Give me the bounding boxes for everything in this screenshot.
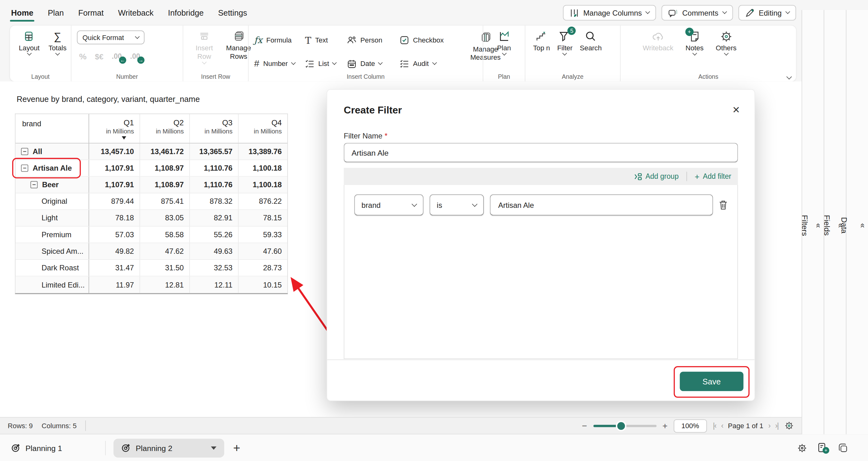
cell-q1[interactable]: 78.18 xyxy=(89,210,140,226)
cell-q3[interactable]: 1,110.76 xyxy=(189,160,238,176)
table-row-artisan-ale[interactable]: Artisan Ale 1,107.91 1,108.97 1,110.76 1… xyxy=(16,160,287,177)
cell-q1[interactable]: 11.97 xyxy=(89,276,140,293)
table-row-spiced-amber[interactable]: Spiced Am... 49.82 47.62 49.63 47.60 xyxy=(16,243,287,260)
condition-value-input[interactable] xyxy=(490,194,713,215)
search-button[interactable]: Search xyxy=(580,30,601,52)
filter-button[interactable]: 5 Filter xyxy=(557,30,572,55)
table-row-dark-roast[interactable]: Dark Roast 31.47 31.50 32.53 28.73 xyxy=(16,260,287,276)
cell-q2[interactable]: 1,108.97 xyxy=(140,177,190,193)
column-header-q1[interactable]: Q1 in Millions xyxy=(89,114,140,143)
tab-planning-1[interactable]: Planning 1 xyxy=(11,443,62,453)
table-row-light[interactable]: Light 78.18 83.05 82.91 78.15 xyxy=(16,210,287,227)
cell-q4[interactable]: 1,100.18 xyxy=(238,177,287,193)
column-header-q4[interactable]: Q4 in Millions xyxy=(238,114,287,143)
cell-q2[interactable]: 47.62 xyxy=(140,243,190,259)
cell-q3[interactable]: 13,365.57 xyxy=(189,143,238,160)
filter-name-input[interactable] xyxy=(344,143,738,162)
field-select[interactable]: brand xyxy=(354,194,424,215)
increase-decimal-button[interactable]: .00→ xyxy=(130,52,140,61)
table-row-original[interactable]: Original 879.44 875.41 878.32 876.22 xyxy=(16,194,287,210)
cell-q4[interactable]: 876.22 xyxy=(238,194,287,209)
cell-q2[interactable]: 58.58 xyxy=(140,227,190,242)
cell-q1[interactable]: 31.47 xyxy=(89,260,140,276)
cell-q2[interactable]: 31.50 xyxy=(140,260,190,276)
others-button[interactable]: Others xyxy=(716,30,737,55)
cell-q4[interactable]: 28.73 xyxy=(238,260,287,276)
collapse-toggle-icon[interactable] xyxy=(21,148,28,155)
currency-format-button[interactable]: $€ xyxy=(95,52,104,61)
audit-button[interactable]: Audit xyxy=(400,56,461,71)
save-button[interactable]: Save xyxy=(680,372,743,391)
cell-q1[interactable]: 1,107.91 xyxy=(89,177,140,193)
percent-format-button[interactable]: % xyxy=(79,52,87,61)
cell-q1[interactable]: 1,107.91 xyxy=(89,160,140,176)
number-button[interactable]: # Number xyxy=(254,56,305,71)
cell-q1[interactable]: 49.82 xyxy=(89,243,140,259)
cell-q1[interactable]: 57.03 xyxy=(89,227,140,242)
layout-button[interactable]: Layout xyxy=(19,30,40,55)
add-sheet-button[interactable] xyxy=(233,441,240,455)
tab-menu-caret-icon[interactable] xyxy=(211,446,217,450)
cell-q3[interactable]: 32.53 xyxy=(189,260,238,276)
cell-q3[interactable]: 1,110.76 xyxy=(189,177,238,193)
close-icon[interactable] xyxy=(732,104,740,116)
operator-select[interactable]: is xyxy=(430,194,484,215)
cell-q2[interactable]: 875.41 xyxy=(140,194,190,209)
cell-q4[interactable]: 10.15 xyxy=(238,276,287,293)
person-button[interactable]: Person xyxy=(347,33,400,48)
zoom-level-box[interactable]: 100% xyxy=(674,419,707,433)
cell-q4[interactable]: 1,100.18 xyxy=(238,160,287,176)
table-row-limited-edition[interactable]: Limited Edi... 11.97 12.81 12.11 10.15 xyxy=(16,276,287,293)
editing-button[interactable]: Editing xyxy=(738,5,796,21)
cell-q3[interactable]: 878.32 xyxy=(189,194,238,209)
quick-format-select[interactable]: Quick Format xyxy=(77,30,144,44)
totals-button[interactable]: ∑ Totals xyxy=(49,30,66,55)
column-header-q3[interactable]: Q3 in Millions xyxy=(189,114,238,143)
collapse-toggle-icon[interactable] xyxy=(30,181,37,189)
cell-q2[interactable]: 1,108.97 xyxy=(140,160,190,176)
menu-plan[interactable]: Plan xyxy=(48,8,64,17)
next-page-button[interactable] xyxy=(768,422,770,430)
sheets-stack-icon[interactable] xyxy=(838,442,848,453)
cell-q4[interactable]: 78.15 xyxy=(238,210,287,226)
list-button[interactable]: List xyxy=(305,56,347,71)
last-page-button[interactable] xyxy=(775,422,778,430)
new-sheet-icon[interactable]: + xyxy=(818,442,827,453)
panel-tab-data[interactable]: « Data xyxy=(846,10,868,434)
previous-page-button[interactable] xyxy=(721,422,723,430)
cell-q2[interactable]: 13,461.72 xyxy=(140,143,190,160)
panel-tab-filters[interactable]: « Filters xyxy=(802,10,824,434)
table-row-beer[interactable]: Beer 1,107.91 1,108.97 1,110.76 1,100.18 xyxy=(16,177,287,193)
cell-q3[interactable]: 12.11 xyxy=(189,276,238,293)
zoom-slider[interactable] xyxy=(593,425,656,427)
decrease-decimal-button[interactable]: .00← xyxy=(112,52,122,61)
top-n-button[interactable]: Top n xyxy=(533,30,550,52)
menu-infobridge[interactable]: Infobridge xyxy=(168,8,204,17)
text-button[interactable]: T Text xyxy=(305,33,347,48)
column-header-q2[interactable]: Q2 in Millions xyxy=(140,114,190,143)
date-button[interactable]: Date xyxy=(347,56,400,71)
delete-condition-icon[interactable] xyxy=(719,200,727,210)
cell-q2[interactable]: 83.05 xyxy=(140,210,190,226)
cell-q3[interactable]: 49.63 xyxy=(189,243,238,259)
notes-button[interactable]: + Notes xyxy=(686,30,704,55)
menu-writeback[interactable]: Writeback xyxy=(118,8,154,17)
cell-q4[interactable]: 47.60 xyxy=(238,243,287,259)
add-group-button[interactable]: Add group xyxy=(634,172,679,181)
collapse-toggle-icon[interactable] xyxy=(21,164,28,172)
plan-button[interactable]: Plan xyxy=(489,30,519,55)
cell-q1[interactable]: 879.44 xyxy=(89,194,140,209)
cell-q4[interactable]: 59.33 xyxy=(238,227,287,242)
page-settings-gear-icon[interactable] xyxy=(784,421,794,430)
zoom-out-button[interactable] xyxy=(582,421,587,431)
zoom-slider-thumb[interactable] xyxy=(617,422,625,430)
cell-q2[interactable]: 12.81 xyxy=(140,276,190,293)
cell-q4[interactable]: 13,389.76 xyxy=(238,143,287,160)
zoom-in-button[interactable] xyxy=(662,421,668,431)
menu-format[interactable]: Format xyxy=(78,8,103,17)
cell-q1[interactable]: 13,457.10 xyxy=(89,143,140,160)
add-filter-button[interactable]: Add filter xyxy=(695,172,731,181)
cell-q3[interactable]: 55.26 xyxy=(189,227,238,242)
workbook-settings-gear-icon[interactable] xyxy=(797,443,807,453)
tab-planning-2[interactable]: Planning 2 xyxy=(114,438,224,457)
